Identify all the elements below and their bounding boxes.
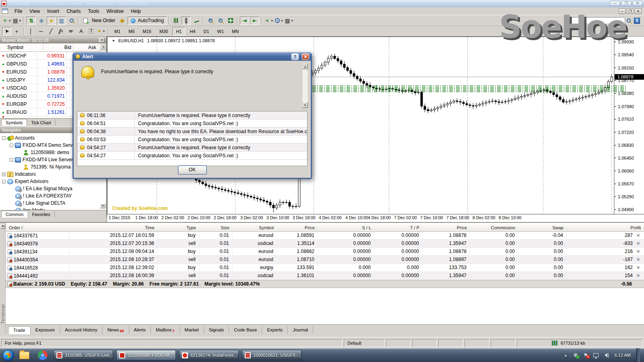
action-center-icon[interactable]: ⚑✕ (583, 352, 589, 358)
menu-item-help[interactable]: Help (127, 8, 144, 15)
timeframe-m1[interactable]: M1 (111, 27, 124, 36)
ok-button[interactable]: OK (178, 165, 207, 175)
nav-item-like-signal-delta[interactable]: ! Like Signal DELTA (0, 200, 106, 207)
market-watch-close-icon[interactable]: ✕ (99, 38, 104, 43)
tab-common[interactable]: Common (1, 211, 28, 218)
column-price[interactable]: Price (277, 225, 318, 230)
bar-chart-button[interactable] (171, 16, 181, 25)
start-button[interactable] (2, 350, 14, 361)
tree-toggle-icon[interactable]: + (2, 173, 6, 176)
text-label-button[interactable]: T (87, 27, 96, 35)
alert-close-icon[interactable]: ✕ (302, 53, 309, 60)
terminal-tab-code-base[interactable]: Code Base (229, 326, 262, 334)
alert-row[interactable]: 04:54:27ForumUserName is required. Pleas… (77, 144, 307, 152)
tray-update-icon[interactable]: ♼ (573, 352, 579, 358)
timeframe-d1[interactable]: D1 (200, 27, 213, 36)
scroll-down-icon[interactable]: ▼ (100, 204, 105, 208)
close-order-icon[interactable]: ✕ (636, 265, 641, 270)
terminal-tab-market[interactable]: Market (180, 326, 204, 334)
strategy-tester-button[interactable] (67, 16, 76, 25)
task-button-3150385-usgfx-live[interactable]: 3150385: USGFX-Live... (54, 350, 113, 360)
zoom-in-button[interactable]: + (206, 16, 215, 25)
column-s-l[interactable]: S / L (318, 225, 374, 230)
chrome-icon[interactable] (38, 350, 47, 360)
scroll-down-icon[interactable]: ▼ (302, 102, 308, 108)
close-order-icon[interactable]: ✕ (636, 241, 641, 246)
alert-row[interactable]: 04:54:27Congratulation. You are using So… (77, 152, 307, 160)
terminal-toggle-button[interactable]: ▥ (57, 16, 66, 25)
tree-toggle-icon[interactable]: - (10, 158, 13, 162)
column-time[interactable]: Time (69, 225, 158, 230)
data-window-button[interactable]: ⊕ (37, 16, 46, 25)
alert-row[interactable]: 06:04:38You have no right to use this EA… (77, 128, 307, 136)
nav-item-ilan-modiv[interactable]: Ilan Modiv (0, 207, 106, 210)
fibonacci-button[interactable]: ≡F (66, 27, 76, 35)
minimize-button[interactable]: ─ (610, 1, 620, 6)
metaquotes-button[interactable]: ◆ (118, 16, 127, 25)
chart-shift-button[interactable]: ⇤ (250, 16, 259, 25)
chevron-down-icon[interactable]: ▼ (112, 39, 115, 43)
tree-toggle-icon[interactable]: - (2, 180, 6, 183)
help-icon[interactable]: ? (291, 53, 299, 60)
terminal-tab-news[interactable]: News99 (103, 326, 129, 334)
autotrading-button[interactable]: AutoTrading (128, 16, 167, 25)
market-watch-toggle-button[interactable]: ⇅ (27, 16, 36, 25)
new-chart-button[interactable]: ＋▼ (2, 16, 12, 25)
alert-title-bar[interactable]: Alert ? ✕ (74, 52, 311, 61)
tile-windows-button[interactable] (226, 16, 235, 25)
new-order-label[interactable]: New Order (92, 18, 115, 23)
terminal-tab-mailbox[interactable]: Mailbox7 (151, 326, 180, 334)
nav-item-ea-like-signal-mozya[interactable]: ! EA Like Signal Mozya (0, 185, 106, 192)
navigator-toggle-button[interactable]: ★ (47, 16, 56, 25)
tree-toggle-icon[interactable]: - (2, 136, 6, 140)
column-bid[interactable]: Bid (43, 43, 73, 51)
task-button-1000010621-usgfx[interactable]: 1000010621: USGFX-... (242, 350, 301, 360)
timeframe-m5[interactable]: M5 (125, 27, 138, 36)
column-symbol[interactable]: Symbol (233, 225, 277, 230)
column-profit[interactable]: Profit (567, 225, 644, 230)
column-order[interactable]: Order / (6, 225, 69, 230)
horizontal-line-button[interactable]: ─ (36, 27, 45, 35)
channel-button[interactable]: ∥E (56, 27, 66, 35)
tray-expand-icon[interactable]: ▲ (563, 352, 569, 358)
scroll-up-icon[interactable]: ▲ (101, 43, 107, 49)
close-order-icon[interactable]: ✕ (636, 233, 641, 238)
terminal-tab-account-history[interactable]: Account History (60, 326, 103, 334)
menu-item-file[interactable]: File (11, 8, 26, 15)
alert-row[interactable]: 06:04:51Congratulation. You are using So… (77, 119, 307, 128)
menu-item-charts[interactable]: Charts (63, 8, 84, 15)
new-order-button[interactable] (81, 16, 90, 25)
tab-tick-chart[interactable]: Tick Chart (27, 119, 56, 125)
terminal-tab-journal[interactable]: Journal (288, 326, 313, 334)
order-row[interactable]: 1843493782015.12.07 20:15:36sell0.01usdc… (6, 240, 644, 248)
close-order-icon[interactable]: ✕ (636, 273, 641, 278)
timeframe-mn[interactable]: MN (228, 27, 242, 36)
task-button-62136174-instaforex[interactable]: 62136174: InstaForex... (179, 350, 239, 360)
terminal-tab-exposure[interactable]: Exposure (31, 326, 60, 334)
column-commission[interactable]: Commission (470, 225, 518, 230)
close-button[interactable]: ✕ (632, 1, 643, 6)
network-icon[interactable] (593, 352, 599, 358)
timeframe-h4[interactable]: H4 (186, 27, 199, 36)
order-row[interactable]: 1844003542015.12.08 10:28:37sell0.01euru… (6, 256, 644, 264)
menu-item-view[interactable]: View (26, 8, 43, 15)
tab-favorites[interactable]: Favorites (28, 211, 55, 217)
column-swap[interactable]: Swap (518, 225, 567, 230)
candlestick-chart-button[interactable] (182, 16, 191, 25)
alert-row[interactable]: 06:11:36ForumUserName is required. Pleas… (77, 111, 307, 119)
profiles-button[interactable]: ▤▼ (12, 16, 22, 25)
periods-button[interactable]: ▼ (275, 16, 284, 25)
auto-scroll-button[interactable]: ⇥ (240, 16, 249, 25)
order-row[interactable]: 1843376712015.12.07 18:01:59buy0.01eurus… (6, 232, 644, 240)
order-row[interactable]: 1844414922015.12.08 16:00:39sell0.01usdc… (6, 272, 644, 280)
tree-toggle-icon[interactable]: - (10, 144, 13, 147)
restore-button[interactable]: ❐ (621, 1, 632, 6)
terminal-tab-alerts[interactable]: Alerts (129, 326, 151, 334)
cursor-button[interactable]: ➤ (2, 27, 11, 35)
alert-row[interactable]: 06:03:53Congratulation. You are using So… (77, 136, 307, 144)
timeframe-m30[interactable]: M30 (156, 27, 171, 36)
column-type[interactable]: Type (158, 225, 199, 230)
status-profile[interactable]: Default (344, 339, 385, 347)
notification-badge[interactable]: 5 (634, 18, 640, 24)
zoom-out-button[interactable]: − (216, 16, 225, 25)
